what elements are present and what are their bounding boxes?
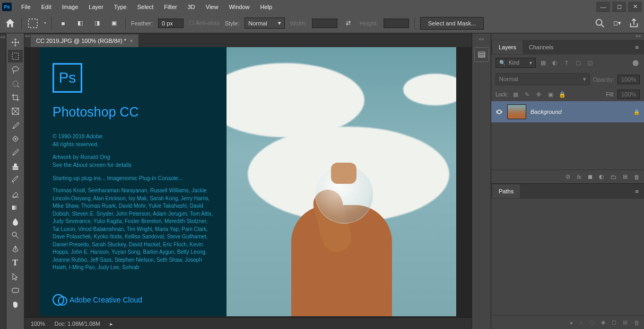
intersect-selection-icon[interactable]: ▣ bbox=[108, 17, 120, 29]
delete-path-icon[interactable]: 🗑 bbox=[634, 319, 640, 326]
menu-filter[interactable]: Filter bbox=[159, 2, 182, 12]
crop-tool[interactable] bbox=[8, 91, 23, 104]
doc-size[interactable]: Doc: 1.08M/1.08M bbox=[55, 321, 100, 327]
stroke-path-icon[interactable]: ○ bbox=[579, 319, 583, 326]
brush-tool[interactable] bbox=[8, 146, 23, 159]
stamp-tool[interactable] bbox=[8, 160, 23, 173]
lock-position-icon[interactable]: ✥ bbox=[535, 90, 543, 99]
make-path-icon[interactable]: ◆ bbox=[601, 319, 605, 326]
link-layers-icon[interactable]: ⊘ bbox=[565, 173, 570, 180]
move-tool[interactable] bbox=[8, 36, 23, 49]
layer-row[interactable]: Background 🔒 bbox=[491, 101, 644, 122]
eyedropper-tool[interactable] bbox=[8, 119, 23, 131]
filter-shape-icon[interactable]: ▢ bbox=[574, 59, 582, 67]
tabs-collapse[interactable]: «« bbox=[24, 33, 31, 47]
marquee-tool-icon[interactable] bbox=[27, 17, 39, 29]
eraser-tool[interactable] bbox=[8, 188, 23, 200]
panel-expand[interactable]: «« bbox=[472, 37, 491, 43]
maximize-button[interactable]: ◻ bbox=[612, 2, 626, 12]
healing-tool[interactable] bbox=[8, 132, 23, 145]
layer-name[interactable]: Background bbox=[530, 109, 629, 115]
history-brush-tool[interactable] bbox=[8, 174, 23, 186]
hand-tool[interactable] bbox=[8, 298, 23, 310]
fill-path-icon[interactable]: ● bbox=[570, 319, 573, 326]
share-icon[interactable] bbox=[628, 17, 640, 29]
document-tab[interactable]: CC 2019.JPG @ 100% (RGB/8#) * × bbox=[31, 34, 138, 47]
add-selection-icon[interactable]: ◧ bbox=[74, 17, 86, 29]
tab-channels[interactable]: Channels bbox=[523, 40, 560, 54]
search-icon[interactable] bbox=[594, 17, 606, 29]
panel-menu-icon[interactable]: ≡ bbox=[631, 44, 643, 50]
menu-window[interactable]: Window bbox=[223, 2, 255, 12]
mask-icon[interactable]: ◼ bbox=[588, 173, 593, 180]
svg-line-2 bbox=[602, 24, 604, 27]
lock-all-icon[interactable]: 🔒 bbox=[558, 90, 567, 99]
layer-thumbnail[interactable] bbox=[507, 104, 526, 119]
tab-layers[interactable]: Layers bbox=[492, 40, 523, 54]
svg-rect-0 bbox=[29, 19, 38, 28]
marquee-tool[interactable] bbox=[8, 50, 23, 63]
menu-select[interactable]: Select bbox=[132, 2, 159, 12]
lock-image-icon[interactable]: ✎ bbox=[523, 90, 532, 99]
menu-image[interactable]: Image bbox=[57, 2, 84, 12]
adjustment-icon[interactable]: ◐ bbox=[599, 173, 604, 180]
menu-edit[interactable]: Edit bbox=[36, 2, 57, 12]
filter-type-icon[interactable]: T bbox=[562, 59, 571, 67]
select-and-mask-button[interactable]: Select and Mask... bbox=[420, 17, 484, 30]
menu-type[interactable]: Type bbox=[109, 2, 132, 12]
svg-point-4 bbox=[12, 67, 19, 71]
path-select-tool[interactable] bbox=[8, 270, 23, 283]
mask-path-icon[interactable]: ◻ bbox=[612, 319, 616, 326]
lasso-tool[interactable] bbox=[8, 64, 23, 76]
delete-layer-icon[interactable]: 🗑 bbox=[634, 174, 640, 180]
toolbar-collapse[interactable]: «« bbox=[0, 33, 6, 329]
feather-input[interactable] bbox=[158, 19, 184, 28]
menu-3d[interactable]: 3D bbox=[182, 2, 201, 12]
close-button[interactable]: ✕ bbox=[628, 2, 642, 12]
menu-help[interactable]: Help bbox=[255, 2, 278, 12]
blur-tool[interactable] bbox=[8, 215, 23, 228]
fx-icon[interactable]: fx bbox=[577, 174, 581, 180]
filter-toggle-icon[interactable]: ⬤ bbox=[631, 59, 640, 67]
new-path-icon[interactable]: ⊞ bbox=[623, 319, 628, 326]
filter-pixel-icon[interactable]: ▦ bbox=[539, 59, 547, 67]
menu-file[interactable]: File bbox=[16, 2, 36, 12]
subtract-selection-icon[interactable]: ◨ bbox=[91, 17, 103, 29]
dodge-tool[interactable] bbox=[8, 229, 23, 242]
type-tool[interactable]: T bbox=[8, 256, 23, 269]
rectangle-tool[interactable] bbox=[8, 284, 23, 297]
tools-panel: T bbox=[6, 33, 24, 329]
group-icon[interactable]: 🗀 bbox=[611, 174, 616, 180]
history-panel-icon[interactable] bbox=[474, 47, 489, 62]
paths-menu-icon[interactable]: ≡ bbox=[631, 188, 643, 194]
new-layer-icon[interactable]: ⊞ bbox=[623, 173, 628, 180]
filter-adjust-icon[interactable]: ◐ bbox=[551, 59, 559, 67]
lock-transparent-icon[interactable]: ▦ bbox=[511, 90, 520, 99]
selection-path-icon[interactable]: ◌ bbox=[589, 319, 595, 326]
status-arrow-icon[interactable]: ▸ bbox=[110, 321, 113, 327]
gradient-tool[interactable] bbox=[8, 201, 23, 214]
tab-paths[interactable]: Paths bbox=[492, 184, 520, 198]
lock-artboard-icon[interactable]: ▣ bbox=[546, 90, 555, 99]
new-selection-icon[interactable]: ■ bbox=[57, 17, 69, 29]
pen-tool[interactable] bbox=[8, 243, 23, 255]
collapsed-panels: «« bbox=[472, 33, 491, 329]
home-icon[interactable] bbox=[4, 17, 16, 29]
zoom-level[interactable]: 100% bbox=[31, 321, 45, 327]
style-dropdown[interactable]: Normal▾ bbox=[245, 17, 284, 29]
canvas[interactable]: Ps Photoshop CC © 1990-2018 Adobe. All r… bbox=[40, 47, 456, 316]
quick-select-tool[interactable] bbox=[8, 77, 23, 90]
panels-collapse[interactable]: »» bbox=[491, 33, 644, 40]
menu-layer[interactable]: Layer bbox=[83, 2, 109, 12]
frame-tool[interactable] bbox=[8, 105, 23, 118]
filter-kind-dropdown[interactable]: 🔍 Kind ▾ bbox=[495, 58, 536, 68]
menu-view[interactable]: View bbox=[201, 2, 224, 12]
minimize-button[interactable]: — bbox=[596, 2, 610, 12]
paths-footer: ● ○ ◌ ◆ ◻ ⊞ 🗑 bbox=[491, 315, 644, 329]
filter-smart-icon[interactable]: ◫ bbox=[586, 59, 594, 67]
visibility-icon[interactable] bbox=[495, 108, 503, 115]
tab-close-icon[interactable]: × bbox=[129, 38, 133, 44]
layer-lock-icon[interactable]: 🔒 bbox=[633, 109, 640, 115]
splash-title: Photoshop CC bbox=[53, 104, 214, 120]
workspace-icon[interactable]: ◻▾ bbox=[611, 17, 623, 29]
